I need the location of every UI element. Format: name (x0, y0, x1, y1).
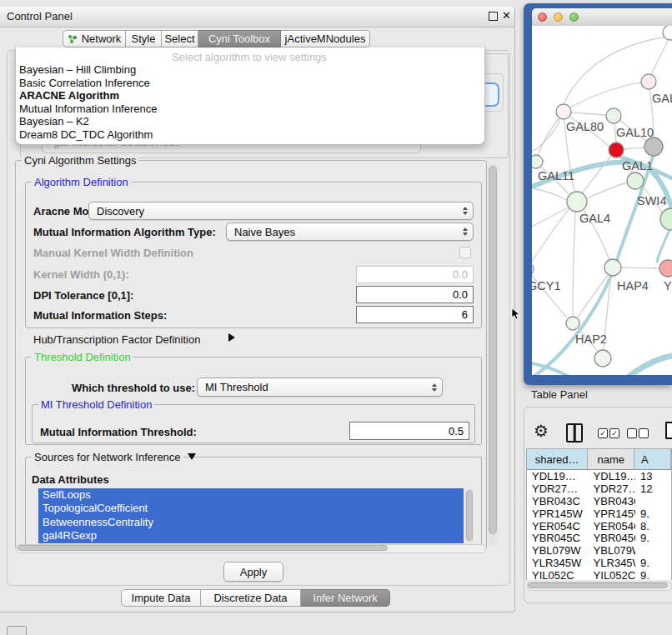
tab-cyni-toolbox[interactable]: Cyni Toolbox (198, 30, 281, 48)
float-window-icon[interactable] (489, 12, 498, 21)
node-label: HAP2 (575, 332, 607, 346)
table-cell: 8. (635, 520, 671, 532)
apply-button[interactable]: Apply (223, 562, 283, 582)
checked-column-icon[interactable]: ✓ (598, 428, 608, 438)
table-row[interactable]: YPR145WYPR145W9. (527, 508, 671, 520)
node-label: GCY1 (532, 279, 561, 292)
gear-icon[interactable]: ⚙ (534, 422, 549, 440)
network-node-gal4[interactable] (567, 192, 587, 212)
data-attribute-item[interactable]: SelfLoops (38, 488, 464, 502)
unchecked-column-icon[interactable] (627, 428, 637, 438)
sources-group-title: Sources for Network Inference (32, 451, 183, 463)
table-cell: YPR145W (527, 508, 589, 520)
network-node[interactable] (663, 26, 672, 40)
document-icon[interactable] (665, 422, 672, 439)
table-row[interactable]: YIL052CYIL052C9. (527, 569, 671, 580)
network-edge (573, 212, 575, 317)
collapsed-panel-icon[interactable] (7, 626, 27, 635)
network-node-swi4[interactable] (627, 172, 644, 189)
close-icon[interactable]: ✕ (502, 9, 511, 22)
mi-threshold-field[interactable]: 0.5 (349, 422, 469, 440)
unchecked-column-icon[interactable] (639, 428, 649, 438)
table-cell: 9. (635, 569, 671, 580)
attributes-scrollbar-thumb[interactable] (466, 490, 473, 541)
expand-arrow-icon[interactable] (228, 333, 235, 342)
dpi-tolerance-field[interactable]: 0.0 (356, 286, 474, 303)
table-cell: 12 (635, 482, 671, 495)
table-cell: YDR27… (589, 482, 635, 495)
table-row[interactable]: YBL079WYBL079W (527, 544, 671, 557)
column-header[interactable]: A (634, 449, 671, 469)
split-columns-icon[interactable] (566, 423, 583, 442)
data-attribute-item[interactable]: BetweennessCentrality (38, 516, 464, 529)
tab-label: Style (132, 32, 156, 45)
network-node-gal80[interactable] (556, 104, 571, 119)
table-row[interactable]: YBR043CYBR043C (527, 495, 671, 508)
algorithm-dropdown-items: Bayesian – Hill ClimbingBasic Correlatio… (17, 63, 480, 142)
algorithm-definition-title: Algorithm Definition (32, 176, 131, 188)
table-header-row: shared…nameA (527, 449, 671, 470)
table-row[interactable]: YLR345WYLR345W9. (527, 557, 671, 569)
table-cell: YBR043C (527, 495, 589, 508)
table-cell: YER054C (527, 520, 589, 532)
dropdown-item[interactable]: Bayesian – K2 (17, 115, 480, 128)
close-traffic-light-icon[interactable] (538, 12, 547, 22)
network-canvas[interactable]: GALGAL80GAL10GAL1GAL11SWI4GAL4GCY1HAP4YH… (532, 26, 672, 375)
network-node-hap2[interactable] (566, 317, 579, 330)
screen: Control Panel ✕ gal-filtered.sif default… (0, 0, 672, 635)
aracne-mode-combo[interactable]: Discovery (88, 202, 474, 220)
dropdown-item[interactable]: ARACNE Algorithm (17, 89, 480, 102)
tab-impute-data[interactable]: Impute Data (121, 589, 201, 607)
network-node-gal1[interactable] (609, 142, 624, 158)
tab-infer-network[interactable]: Infer Network (301, 589, 390, 607)
settings-hscrollbar-thumb[interactable] (18, 545, 388, 551)
table-row[interactable]: YDR27…YDR27…12 (527, 482, 671, 495)
kernel-width-field[interactable]: 0.0 (356, 266, 474, 283)
table-row[interactable]: YBR045CYBR045C9. (527, 532, 671, 544)
table-cell: YBR043C (589, 495, 635, 508)
minimize-traffic-light-icon[interactable] (554, 12, 563, 22)
node-label: GAL11 (538, 169, 574, 182)
manual-kernel-checkbox[interactable] (459, 247, 471, 258)
which-threshold-combo[interactable]: MI Threshold (197, 378, 443, 397)
table-row[interactable]: YDL19…YDL19…13 (527, 470, 671, 482)
dropdown-item[interactable]: Bayesian – Hill Climbing (17, 63, 480, 77)
network-node-hap4[interactable] (604, 259, 621, 276)
data-attribute-item[interactable]: TopologicalCoefficient (38, 502, 464, 515)
settings-scrollbar-thumb[interactable] (489, 166, 497, 534)
dropdown-item[interactable]: Mutual Information Inference (17, 102, 480, 116)
control-panel-title: Control Panel (7, 10, 73, 22)
dropdown-item[interactable]: Basic Correlation Inference (17, 77, 480, 90)
network-node-gal[interactable] (641, 74, 656, 89)
dropdown-item[interactable]: Dream8 DC_TDC Algorithm (17, 128, 480, 142)
column-header[interactable]: shared… (527, 449, 588, 469)
tab-label: Network (82, 32, 122, 45)
mi-steps-field[interactable]: 6 (356, 306, 474, 323)
network-node-gal10[interactable] (606, 108, 621, 123)
data-attributes-list: SelfLoopsTopologicalCoefficientBetweenne… (38, 488, 464, 543)
table-cell: YBR045C (527, 532, 589, 544)
data-attribute-item[interactable]: gal4RGexp (38, 529, 464, 542)
network-edge (629, 356, 672, 375)
network-node-gal11[interactable] (532, 155, 543, 168)
tab-jactivemnodules[interactable]: jActiveMNodules (281, 30, 370, 48)
network-node-y[interactable] (659, 260, 672, 277)
column-header[interactable]: name (588, 449, 634, 469)
tab-style[interactable]: Style (126, 30, 162, 48)
network-node[interactable] (644, 138, 663, 156)
table-row[interactable]: YER054CYER054C8. (527, 520, 671, 532)
mi-type-value: Naive Bayes (234, 226, 295, 238)
network-edge (621, 268, 659, 268)
tab-select[interactable]: Select (162, 30, 198, 48)
table-hscrollbar-thumb[interactable] (528, 582, 668, 588)
network-node-gcy1[interactable] (532, 262, 534, 276)
hub-section-label: Hub/Transcription Factor Definition (33, 333, 200, 346)
network-edge (532, 119, 560, 152)
tab-network[interactable]: Network (63, 30, 126, 48)
checked-column-icon[interactable]: ✓ (609, 428, 619, 438)
mi-type-combo[interactable]: Naive Bayes (226, 222, 474, 241)
network-node[interactable] (594, 350, 611, 367)
tab-discretize-data[interactable]: Discretize Data (201, 589, 301, 607)
zoom-traffic-light-icon[interactable] (569, 12, 579, 22)
collapse-arrow-icon[interactable] (188, 453, 196, 460)
